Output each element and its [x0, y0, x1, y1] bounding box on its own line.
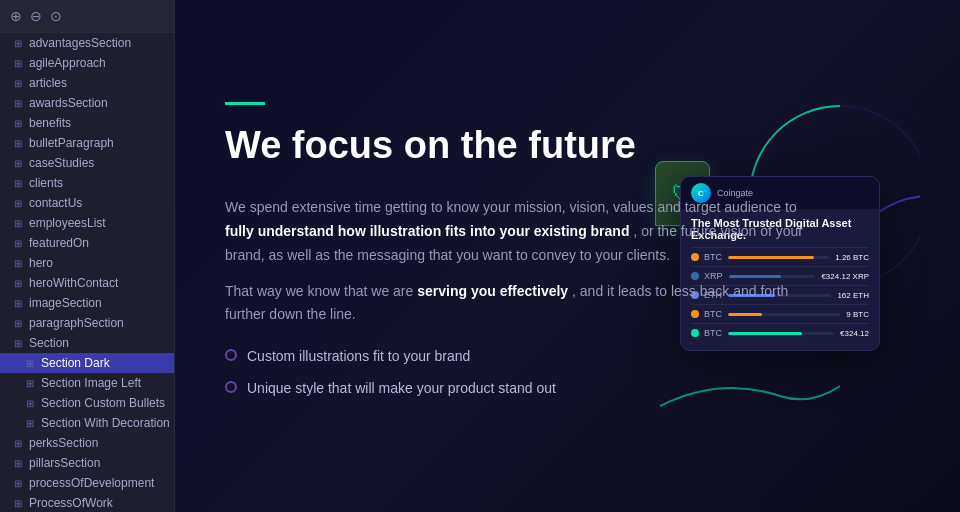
- sidebar-item-label: ProcessOfWork: [29, 496, 113, 510]
- crypto-value: €324.12: [840, 329, 869, 338]
- component-icon: ⊞: [12, 157, 24, 169]
- component-icon: ⊞: [12, 97, 24, 109]
- sidebar-item-label: caseStudies: [29, 156, 94, 170]
- crypto-value: 9 BTC: [846, 310, 869, 319]
- component-icon: ⊞: [24, 377, 36, 389]
- component-icon: ⊞: [12, 277, 24, 289]
- component-icon: ⊞: [12, 37, 24, 49]
- sidebar-item-contactus[interactable]: ⊞contactUs: [0, 193, 174, 213]
- sidebar-item-featuredon[interactable]: ⊞featuredOn: [0, 233, 174, 253]
- sidebar-item-label: benefits: [29, 116, 71, 130]
- sidebar-item-section-with-decoration[interactable]: ⊞Section With Decoration: [0, 413, 174, 433]
- sidebar-item-label: Section: [29, 336, 69, 350]
- crypto-value: €324.12 XRP: [821, 272, 869, 281]
- sidebar-item-agileapproach[interactable]: ⊞agileApproach: [0, 53, 174, 73]
- bullet-dot-icon: [225, 381, 237, 393]
- sidebar-item-section-dark[interactable]: ⊞Section Dark: [0, 353, 174, 373]
- sidebar-item-label: perksSection: [29, 436, 98, 450]
- sidebar-item-benefits[interactable]: ⊞benefits: [0, 113, 174, 133]
- component-icon: ⊞: [12, 177, 24, 189]
- content-area: We focus on the future We spend extensiv…: [175, 0, 960, 512]
- sidebar-item-processofdevelopment[interactable]: ⊞processOfDevelopment: [0, 473, 174, 493]
- sidebar-item-label: articles: [29, 76, 67, 90]
- sidebar-item-bulletparagraph[interactable]: ⊞bulletParagraph: [0, 133, 174, 153]
- bullet-item-1: Unique style that will make your product…: [225, 379, 805, 399]
- sidebar-item-label: employeesList: [29, 216, 106, 230]
- component-icon: ⊞: [12, 297, 24, 309]
- sidebar-item-employeeslist[interactable]: ⊞employeesList: [0, 213, 174, 233]
- component-icon: ⊞: [12, 57, 24, 69]
- bullet-text: Unique style that will make your product…: [247, 379, 556, 399]
- zoom-reset-icon[interactable]: ⊙: [50, 8, 62, 24]
- sidebar-item-casestudies[interactable]: ⊞caseStudies: [0, 153, 174, 173]
- sidebar-item-label: imageSection: [29, 296, 102, 310]
- sidebar-item-clients[interactable]: ⊞clients: [0, 173, 174, 193]
- component-icon: ⊞: [12, 197, 24, 209]
- sidebar-item-pillarssection[interactable]: ⊞pillarsSection: [0, 453, 174, 473]
- sidebar: ⊕ ⊖ ⊙ ⊞advantagesSection⊞agileApproach⊞a…: [0, 0, 175, 512]
- section-accent-bar: [225, 102, 265, 105]
- sidebar-item-processofwork[interactable]: ⊞ProcessOfWork: [0, 493, 174, 512]
- sidebar-item-perkssection[interactable]: ⊞perksSection: [0, 433, 174, 453]
- sidebar-item-label: bulletParagraph: [29, 136, 114, 150]
- sidebar-item-label: heroWithContact: [29, 276, 118, 290]
- component-icon: ⊞: [12, 457, 24, 469]
- sidebar-list: ⊞advantagesSection⊞agileApproach⊞article…: [0, 33, 174, 512]
- sidebar-item-articles[interactable]: ⊞articles: [0, 73, 174, 93]
- sidebar-item-advantagessection[interactable]: ⊞advantagesSection: [0, 33, 174, 53]
- sidebar-item-label: Section Custom Bullets: [41, 396, 165, 410]
- sidebar-item-herowithcontact[interactable]: ⊞heroWithContact: [0, 273, 174, 293]
- sidebar-item-label: Section Dark: [41, 356, 110, 370]
- sidebar-item-label: agileApproach: [29, 56, 106, 70]
- main-heading: We focus on the future: [225, 123, 805, 169]
- sidebar-item-label: Section Image Left: [41, 376, 141, 390]
- component-icon: ⊞: [12, 257, 24, 269]
- sidebar-item-section-image-left[interactable]: ⊞Section Image Left: [0, 373, 174, 393]
- paragraph-1: We spend extensive time getting to know …: [225, 196, 805, 267]
- component-icon: ⊞: [24, 397, 36, 409]
- component-icon: ⊞: [12, 337, 24, 349]
- sidebar-item-label: awardsSection: [29, 96, 108, 110]
- component-icon: ⊞: [12, 497, 24, 509]
- component-icon: ⊞: [24, 357, 36, 369]
- sidebar-item-label: processOfDevelopment: [29, 476, 154, 490]
- component-icon: ⊞: [12, 217, 24, 229]
- sidebar-item-section-custom-bullets[interactable]: ⊞Section Custom Bullets: [0, 393, 174, 413]
- sidebar-item-label: pillarsSection: [29, 456, 100, 470]
- component-icon: ⊞: [12, 237, 24, 249]
- component-icon: ⊞: [12, 477, 24, 489]
- bullet-item-0: Custom illustrations fit to your brand: [225, 347, 805, 367]
- sidebar-item-imagesection[interactable]: ⊞imageSection: [0, 293, 174, 313]
- zoom-in-icon[interactable]: ⊕: [10, 8, 22, 24]
- component-icon: ⊞: [12, 117, 24, 129]
- zoom-out-icon[interactable]: ⊖: [30, 8, 42, 24]
- sidebar-item-hero[interactable]: ⊞hero: [0, 253, 174, 273]
- crypto-value: 162 ETH: [837, 291, 869, 300]
- main-content: We focus on the future We spend extensiv…: [175, 0, 960, 512]
- sidebar-item-awardssection[interactable]: ⊞awardsSection: [0, 93, 174, 113]
- component-icon: ⊞: [12, 77, 24, 89]
- component-icon: ⊞: [12, 137, 24, 149]
- bullet-text: Custom illustrations fit to your brand: [247, 347, 470, 367]
- sidebar-item-label: paragraphSection: [29, 316, 124, 330]
- bullet-list: Custom illustrations fit to your brandUn…: [225, 347, 805, 398]
- paragraph-2: That way we know that we are serving you…: [225, 280, 805, 328]
- component-icon: ⊞: [24, 417, 36, 429]
- sidebar-item-label: hero: [29, 256, 53, 270]
- sidebar-item-label: Section With Decoration: [41, 416, 170, 430]
- bullet-dot-icon: [225, 349, 237, 361]
- sidebar-item-paragraphsection[interactable]: ⊞paragraphSection: [0, 313, 174, 333]
- sidebar-item-label: advantagesSection: [29, 36, 131, 50]
- component-icon: ⊞: [12, 317, 24, 329]
- sidebar-toolbar: ⊕ ⊖ ⊙: [0, 0, 174, 33]
- sidebar-item-section[interactable]: ⊞Section: [0, 333, 174, 353]
- sidebar-item-label: clients: [29, 176, 63, 190]
- sidebar-item-label: contactUs: [29, 196, 82, 210]
- crypto-value: 1.26 BTC: [835, 253, 869, 262]
- sidebar-item-label: featuredOn: [29, 236, 89, 250]
- text-section: We focus on the future We spend extensiv…: [225, 102, 805, 411]
- component-icon: ⊞: [12, 437, 24, 449]
